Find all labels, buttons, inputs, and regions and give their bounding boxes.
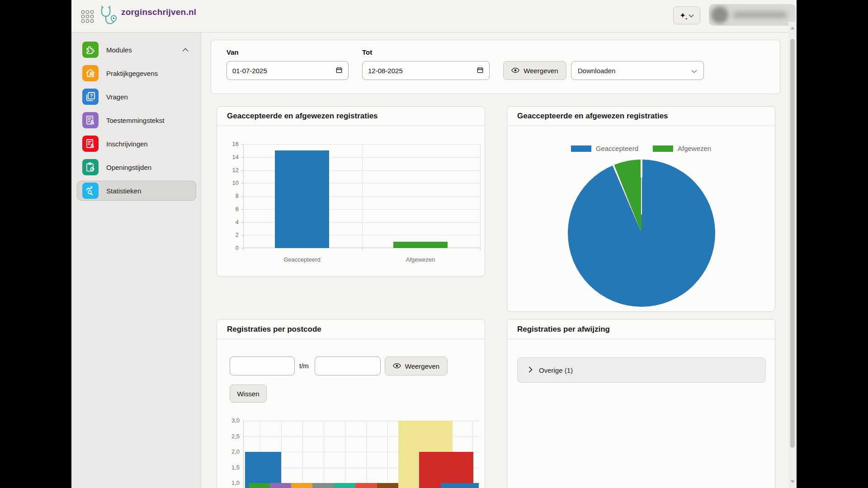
postcode-weergeven-button[interactable]: Weergeven [385, 357, 448, 375]
scrollbar-up-arrow[interactable] [790, 26, 795, 30]
gridline [302, 421, 303, 488]
sidebar-item-toestemmingstekst[interactable]: Toestemmingstekst [77, 110, 196, 130]
chevron-down-icon [689, 11, 694, 19]
sidebar-item-openingstijden[interactable]: Openingstijden [77, 157, 196, 177]
van-date-value: 01-07-2025 [232, 67, 267, 75]
stethoscope-logo-icon [99, 4, 118, 29]
legend-item-geaccepteerd: Geaccepteerd [571, 145, 638, 152]
y-tick-label: 4 [221, 219, 239, 225]
apps-grid-icon[interactable] [81, 10, 94, 23]
statistics-icon [82, 183, 99, 199]
sparkle-icon: ✦ [679, 12, 686, 19]
app-window: zorginschrijven.nl ✦ ModulesPraktijkgege… [71, 0, 797, 488]
legend-label: Geaccepteerd [596, 145, 638, 152]
accepted-rejected-bar-card: Geaccepteerde en afgewezen registraties … [217, 106, 485, 277]
tot-date-value: 12-08-2025 [368, 67, 403, 75]
y-tick-label: 8 [221, 192, 239, 199]
opening-hours-icon [82, 159, 99, 175]
pie-legend: GeaccepteerdAfgewezen [507, 145, 775, 152]
legend-item-afgewezen: Afgewezen [653, 145, 711, 152]
van-label: Van [226, 48, 239, 56]
user-account-pill[interactable] [709, 4, 796, 26]
consent-icon [82, 112, 99, 128]
y-tick-label: 10 [221, 179, 239, 186]
legend-label: Afgewezen [678, 145, 711, 152]
wissen-button[interactable]: Wissen [230, 385, 267, 403]
postcode-bar-chart [243, 421, 481, 488]
postcode-bar [419, 452, 473, 488]
downloaden-select[interactable]: Downloaden [571, 61, 704, 80]
accepted-rejected-pie-card: Geaccepteerde en afgewezen registraties … [507, 106, 775, 312]
wissen-label: Wissen [237, 390, 259, 398]
eye-icon [393, 362, 401, 370]
y-axis-line [243, 421, 244, 488]
postcode-weergeven-label: Weergeven [405, 362, 439, 370]
tm-label: t/m [299, 362, 309, 370]
sidebar-item-label: Inschrijvingen [106, 140, 148, 148]
calendar-icon[interactable] [335, 66, 343, 75]
gridline [324, 421, 324, 488]
svg-text:?: ? [90, 94, 93, 99]
page: zorginschrijven.nl ✦ ModulesPraktijkgege… [0, 0, 868, 488]
accept-reject-pie-chart [568, 160, 715, 307]
scrollbar-down-arrow[interactable] [790, 480, 795, 483]
van-date-input[interactable]: 01-07-2025 [226, 61, 349, 80]
scrollbar-thumb[interactable] [790, 39, 795, 448]
tot-date-input[interactable]: 12-08-2025 [362, 61, 490, 80]
sidebar-item-label: Modules [106, 46, 132, 54]
gridline [366, 421, 367, 488]
gridline [362, 144, 363, 248]
afwijzing-item-label: Overige (1) [539, 366, 573, 374]
vertical-scrollbar[interactable] [788, 22, 797, 488]
accept-reject-bar-chart [243, 144, 481, 248]
chevron-down-icon [691, 67, 697, 75]
sidebar-item-praktijkgegevens[interactable]: Praktijkgegevens [77, 63, 196, 83]
puzzle-icon [82, 42, 99, 58]
pie-card-title: Geaccepteerde en afgewezen registraties [517, 112, 668, 121]
sidebar-item-label: Praktijkgegevens [106, 70, 158, 77]
x-category-label: Afgewezen [384, 256, 457, 263]
legend-swatch [653, 145, 673, 152]
y-tick-label: 1,0 [221, 479, 240, 486]
bar-geaccepteerd [275, 150, 329, 248]
sidebar-item-inschrijvingen[interactable]: Inschrijvingen [77, 134, 196, 154]
sidebar-item-vragen[interactable]: ?Vragen [77, 87, 196, 107]
y-tick-label: 12 [221, 167, 239, 174]
sidebar-item-statistieken[interactable]: Statistieken [77, 181, 196, 201]
redacted-user-name [733, 12, 787, 18]
y-tick-label: 16 [221, 141, 239, 147]
postcode-card-title: Registraties per postcode [227, 325, 321, 334]
postcode-from-input[interactable] [230, 357, 295, 375]
afwijzing-accordion-overige[interactable]: Overige (1) [517, 357, 766, 383]
y-tick-label: 2,5 [221, 433, 240, 440]
weergeven-button[interactable]: Weergeven [503, 61, 566, 80]
y-tick-label: 1,5 [221, 464, 240, 471]
sidebar-item-label: Toestemmingstekst [106, 117, 164, 124]
sidebar-item-label: Openingstijden [106, 164, 151, 171]
avatar [711, 6, 728, 23]
ai-assistant-button[interactable]: ✦ [673, 6, 700, 24]
sidebar: ModulesPraktijkgegevens?VragenToestemmin… [71, 33, 201, 488]
registrations-icon [82, 136, 99, 152]
practice-icon [82, 65, 99, 81]
bar-afgewezen [393, 242, 448, 248]
chevron-up-icon[interactable] [182, 48, 189, 52]
weergeven-label: Weergeven [524, 67, 558, 75]
bar-card-title: Geaccepteerde en afgewezen registraties [227, 112, 378, 121]
brand-logo[interactable]: zorginschrijven.nl [99, 4, 196, 29]
y-tick-label: 0 [221, 244, 239, 251]
y-axis-line [243, 144, 244, 248]
calendar-icon[interactable] [476, 66, 484, 75]
date-filter-card: Van 01-07-2025 Tot 12-08-2025 [211, 40, 780, 94]
postcode-bar [245, 452, 281, 488]
y-tick-label: 3,0 [221, 417, 240, 424]
gridline [281, 421, 282, 488]
y-tick-label: 6 [221, 206, 239, 212]
gridline [387, 421, 388, 488]
x-tick-mark [362, 248, 363, 250]
y-tick-label: 2,0 [221, 448, 240, 455]
x-tick-mark [243, 248, 244, 250]
sidebar-item-modules[interactable]: Modules [77, 40, 196, 60]
postcode-card: Registraties per postcode t/m Weergeven … [217, 319, 485, 488]
postcode-to-input[interactable] [315, 357, 381, 375]
